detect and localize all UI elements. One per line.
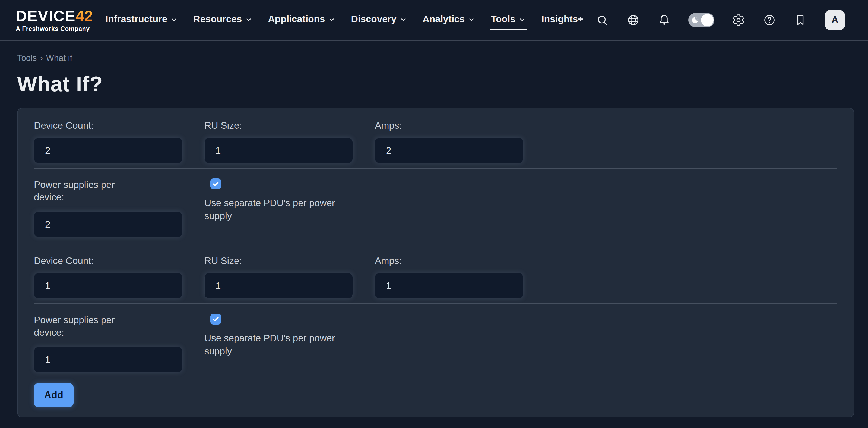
separate-pdus-label: Use separate PDU's per power supply bbox=[205, 196, 356, 222]
notifications-bell-icon[interactable] bbox=[657, 13, 671, 27]
search-icon[interactable] bbox=[595, 13, 609, 27]
main-nav: Infrastructure Resources Applications Di… bbox=[105, 10, 584, 30]
ru-size-input[interactable] bbox=[205, 273, 353, 298]
device-count-input[interactable] bbox=[34, 273, 182, 298]
user-avatar[interactable]: A bbox=[825, 10, 845, 30]
breadcrumb-tools[interactable]: Tools bbox=[17, 53, 37, 63]
entry-1-power-row: Power supplies per device: Use separate … bbox=[34, 169, 837, 237]
entry-2-power-row: Power supplies per device: Use separate … bbox=[34, 304, 837, 372]
separate-pdu-field: Use separate PDU's per power supply bbox=[205, 178, 378, 237]
nav-item-label: Discovery bbox=[351, 13, 396, 24]
moon-icon bbox=[690, 16, 700, 25]
amps-label: Amps: bbox=[375, 119, 523, 132]
breadcrumb-separator: › bbox=[40, 53, 42, 63]
breadcrumb-current: What if bbox=[46, 53, 72, 63]
nav-item-label: Resources bbox=[193, 13, 242, 24]
nav-item-label: Analytics bbox=[423, 13, 465, 24]
ru-size-input[interactable] bbox=[205, 138, 353, 163]
nav-item-resources[interactable]: Resources bbox=[193, 10, 252, 30]
entry-2-counts-row: Device Count: RU Size: Amps: bbox=[34, 254, 837, 298]
ru-size-field: RU Size: bbox=[205, 254, 353, 298]
separate-pdu-field: Use separate PDU's per power supply bbox=[205, 314, 378, 372]
navbar-actions: A bbox=[595, 10, 845, 30]
ru-size-field: RU Size: bbox=[205, 119, 353, 163]
device-count-label: Device Count: bbox=[34, 119, 182, 132]
ru-size-label: RU Size: bbox=[205, 254, 353, 267]
logo-wordmark: DEVICE42 bbox=[16, 8, 93, 24]
separate-pdus-label: Use separate PDU's per power supply bbox=[205, 332, 356, 358]
nav-item-infrastructure[interactable]: Infrastructure bbox=[105, 10, 178, 30]
amps-field: Amps: bbox=[375, 119, 523, 163]
device-count-input[interactable] bbox=[34, 138, 182, 163]
nav-item-label: Infrastructure bbox=[105, 13, 167, 24]
power-supplies-label: Power supplies per device: bbox=[34, 178, 126, 203]
nav-item-applications[interactable]: Applications bbox=[268, 10, 335, 30]
logo-number: 42 bbox=[76, 8, 93, 24]
globe-icon[interactable] bbox=[626, 13, 640, 27]
add-button[interactable]: Add bbox=[34, 383, 73, 407]
logo-text: DEVICE bbox=[16, 8, 76, 24]
chevron-down-icon bbox=[328, 16, 335, 23]
nav-item-label: Applications bbox=[268, 13, 325, 24]
page-title: What If? bbox=[17, 72, 855, 96]
entry-1-counts-row: Device Count: RU Size: Amps: bbox=[34, 119, 837, 163]
device-count-field: Device Count: bbox=[34, 119, 182, 163]
power-supplies-input[interactable] bbox=[34, 347, 182, 372]
logo-tagline: A Freshworks Company bbox=[16, 26, 93, 32]
device-count-field: Device Count: bbox=[34, 254, 182, 298]
amps-input[interactable] bbox=[375, 138, 523, 163]
nav-item-discovery[interactable]: Discovery bbox=[351, 10, 407, 30]
what-if-card: Device Count: RU Size: Amps: Power suppl… bbox=[17, 108, 854, 418]
power-supplies-field: Power supplies per device: bbox=[34, 314, 182, 372]
avatar-initial: A bbox=[831, 15, 838, 26]
device-count-label: Device Count: bbox=[34, 254, 182, 267]
ru-size-label: RU Size: bbox=[205, 119, 353, 132]
amps-label: Amps: bbox=[375, 254, 523, 267]
power-supplies-input[interactable] bbox=[34, 211, 182, 237]
top-navbar: DEVICE42 A Freshworks Company Infrastruc… bbox=[0, 0, 868, 41]
separate-pdus-checkbox[interactable] bbox=[210, 178, 221, 189]
device42-logo[interactable]: DEVICE42 A Freshworks Company bbox=[16, 8, 93, 32]
power-supplies-label: Power supplies per device: bbox=[34, 314, 126, 339]
page-content: Tools › What if What If? Device Count: R… bbox=[0, 53, 868, 418]
power-supplies-field: Power supplies per device: bbox=[34, 178, 182, 237]
nav-item-label: Insights+ bbox=[541, 13, 584, 24]
chevron-down-icon bbox=[245, 16, 252, 23]
amps-field: Amps: bbox=[375, 254, 523, 298]
chevron-down-icon bbox=[400, 16, 407, 23]
nav-item-tools[interactable]: Tools bbox=[491, 10, 526, 30]
nav-item-insights[interactable]: Insights+ bbox=[541, 10, 584, 30]
amps-input[interactable] bbox=[375, 273, 523, 298]
toggle-knob bbox=[701, 14, 714, 26]
chevron-down-icon bbox=[170, 16, 178, 23]
breadcrumb: Tools › What if bbox=[17, 53, 855, 63]
settings-gear-icon[interactable] bbox=[732, 13, 745, 27]
nav-item-label: Tools bbox=[491, 13, 516, 24]
dark-mode-toggle[interactable] bbox=[688, 13, 714, 27]
nav-item-analytics[interactable]: Analytics bbox=[423, 10, 475, 30]
help-icon[interactable] bbox=[763, 13, 776, 27]
separate-pdus-checkbox[interactable] bbox=[210, 314, 221, 324]
check-icon bbox=[212, 315, 220, 323]
check-icon bbox=[212, 180, 220, 188]
chevron-down-icon bbox=[468, 16, 475, 23]
chevron-down-icon bbox=[519, 16, 526, 23]
bookmark-icon[interactable] bbox=[794, 13, 807, 27]
